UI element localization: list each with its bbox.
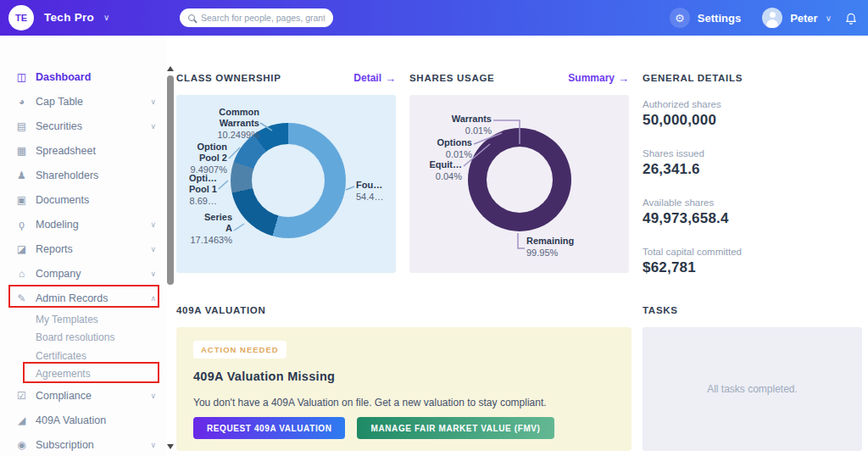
donut-label-option-pool-2: Option Pool 2 9.4907%: [176, 142, 227, 175]
bell-icon[interactable]: [844, 11, 858, 25]
label-line: Equit…: [409, 159, 462, 170]
shares-usage-header-row: SHARES USAGE Summary: [409, 71, 629, 85]
annotation-box-agreements: [23, 362, 159, 383]
section-title: GENERAL DETAILS: [643, 73, 743, 83]
stat-value: 50,000,000: [643, 110, 862, 131]
donut-label-option-pool-1: Opti… Pool 1 8.69…: [176, 173, 217, 207]
shares-usage-panel: Warrants 0.01% Options 0.01% Equit… 0.04…: [409, 95, 629, 273]
report-icon: [15, 243, 28, 255]
search-input[interactable]: [201, 13, 325, 23]
donut-label-series-a: Series A 17.1463%: [176, 212, 232, 246]
stat-shares-issued: Shares issued 26,341.6: [643, 147, 862, 180]
general-details-stats: Authorized shares 50,000,000 Shares issu…: [643, 98, 862, 295]
sidebar-item-modeling[interactable]: Modeling: [0, 212, 166, 236]
label-line: Pool 1: [176, 184, 217, 195]
scroll-up-arrow[interactable]: [167, 66, 174, 71]
sidebar-item-label: Reports: [36, 243, 73, 255]
donut-label-common-warrants: Common Warrants 10.2499%: [183, 107, 259, 141]
valuation-buttons: REQUEST 409A VALUATION MANAGE FAIR MARKE…: [193, 417, 554, 439]
section-title: TASKS: [643, 305, 678, 315]
sidebar-item-label: Spreadsheet: [36, 145, 96, 157]
sidebar-subitem-my-templates[interactable]: My Templates: [0, 310, 166, 329]
sidebar-item-documents[interactable]: Documents: [0, 187, 166, 212]
stat-total-capital-committed: Total capital committed $62,781: [643, 246, 862, 278]
gear-icon[interactable]: ⚙: [670, 8, 690, 28]
sidebar-subitem-label: My Templates: [36, 314, 98, 325]
scrollbar-thumb[interactable]: [167, 75, 174, 285]
sidebar-item-label: Shareholders: [36, 170, 98, 181]
scrollbar[interactable]: [165, 64, 175, 456]
sidebar-item-company[interactable]: Company: [0, 261, 166, 286]
stat-available-shares: Available shares 49,973,658.4: [643, 197, 862, 229]
label-line: Common: [183, 107, 259, 118]
clipboard-icon: [15, 120, 28, 132]
chevron-down-icon: [150, 245, 156, 253]
label-line: Fou…: [356, 180, 395, 191]
sidebar-subitem-label: Certificates: [36, 350, 86, 362]
user-menu[interactable]: Peter: [790, 12, 818, 25]
donut-label-equity: Equit… 0.04%: [409, 159, 462, 182]
dollar-circle-icon: [15, 439, 28, 451]
label-value: 0.04%: [409, 170, 462, 182]
settings-button[interactable]: Settings: [698, 12, 741, 25]
sidebar-item-409a-valuation[interactable]: 409A Valuation: [0, 408, 166, 432]
label-line: Remaining: [526, 236, 594, 247]
label-value: 0.01%: [409, 125, 492, 136]
sidebar-item-dashboard[interactable]: Dashboard: [0, 64, 166, 89]
shares-usage-donut[interactable]: [468, 128, 571, 231]
stat-label: Shares issued: [643, 147, 862, 159]
section-title: SHARES USAGE: [409, 73, 494, 83]
company-avatar[interactable]: TE: [8, 5, 34, 31]
sidebar-item-cap-table[interactable]: Cap Table: [0, 89, 166, 114]
sidebar-item-compliance[interactable]: Compliance: [0, 383, 166, 408]
stat-authorized-shares: Authorized shares 50,000,000: [643, 98, 862, 131]
label-line: Option: [176, 142, 227, 153]
topbar-actions: ⚙ Settings Peter ∨: [670, 0, 858, 36]
class-ownership-detail-link[interactable]: Detail: [353, 72, 396, 85]
sidebar-item-label: Subscription: [36, 439, 94, 451]
manage-fmv-button[interactable]: MANAGE FAIR MARKET VALUE (FMV): [357, 417, 554, 439]
sidebar-item-securities[interactable]: Securities: [0, 114, 166, 138]
scroll-down-arrow[interactable]: [167, 444, 174, 449]
dashboard-icon: [15, 71, 28, 83]
user-avatar[interactable]: [762, 8, 782, 28]
valuation-missing-title: 409A Valuation Missing: [193, 370, 335, 383]
search-bar[interactable]: [180, 8, 333, 27]
class-ownership-panel: Common Warrants 10.2499% Option Pool 2 9…: [176, 95, 396, 273]
chevron-down-icon[interactable]: ∨: [826, 14, 832, 23]
sidebar-item-shareholders[interactable]: Shareholders: [0, 163, 166, 187]
person-icon: [15, 170, 28, 181]
label-line: A: [176, 223, 232, 234]
chevron-down-icon[interactable]: ∨: [103, 13, 109, 22]
sidebar-subitem-board-resolutions[interactable]: Board resolutions: [0, 329, 166, 348]
link-label: Detail: [353, 72, 381, 84]
sidebar-item-label: Dashboard: [36, 71, 91, 83]
label-line: Warrants: [409, 114, 492, 125]
stat-value: 49,973,658.4: [643, 209, 862, 229]
shares-usage-summary-link[interactable]: Summary: [568, 72, 629, 85]
valuation-header-row: 409A VALUATION: [176, 303, 396, 317]
label-line: Opti…: [176, 173, 217, 184]
arrow-right-icon: [618, 72, 629, 85]
link-label: Summary: [568, 72, 615, 84]
sidebar-item-label: Company: [36, 268, 81, 280]
request-409a-valuation-button[interactable]: REQUEST 409A VALUATION: [193, 417, 345, 439]
label-line: Warrants: [183, 118, 259, 129]
stat-label: Available shares: [643, 197, 862, 209]
sidebar-item-label: Securities: [36, 120, 82, 132]
tasks-header-row: TASKS: [643, 303, 862, 317]
lightbulb-icon: [15, 219, 28, 231]
chevron-down-icon: [150, 270, 156, 278]
sidebar-item-reports[interactable]: Reports: [0, 236, 166, 261]
label-value: 99.95%: [526, 247, 594, 259]
company-switcher[interactable]: Tech Pro: [44, 11, 94, 24]
sidebar-item-label: Cap Table: [36, 96, 83, 108]
annotation-box-admin-records: [8, 285, 159, 308]
pie-chart-icon: [15, 96, 28, 108]
donut-label-warrants: Warrants 0.01%: [409, 114, 492, 136]
sidebar-item-subscription[interactable]: Subscription: [0, 432, 166, 456]
chevron-down-icon: [150, 220, 156, 229]
general-details-header-row: GENERAL DETAILS: [643, 71, 862, 85]
label-value: 17.1463%: [176, 234, 232, 246]
sidebar-item-spreadsheet[interactable]: Spreadsheet: [0, 138, 166, 163]
